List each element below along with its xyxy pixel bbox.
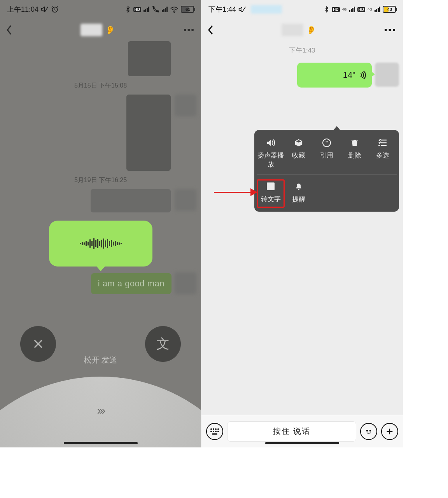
menu-label: 转文字 bbox=[261, 195, 281, 203]
signal2-icon bbox=[162, 7, 168, 12]
bell-icon bbox=[294, 182, 304, 192]
status-time: 上午11:04 bbox=[7, 5, 38, 14]
battery-icon: 61 bbox=[181, 6, 194, 13]
svg-point-7 bbox=[378, 145, 380, 146]
chat-title bbox=[282, 24, 303, 36]
svg-text:": " bbox=[326, 140, 328, 146]
quote-icon: " bbox=[322, 138, 332, 148]
plus-button[interactable] bbox=[381, 423, 398, 440]
text-message[interactable]: i am a good man bbox=[91, 273, 172, 294]
box-icon bbox=[294, 138, 304, 148]
svg-line-0 bbox=[45, 7, 48, 12]
status-time: 下午1:44 bbox=[208, 5, 236, 14]
more-icon[interactable]: ••• bbox=[184, 25, 195, 35]
home-indicator[interactable] bbox=[265, 442, 339, 444]
menu-label: 扬声器播放 bbox=[257, 151, 285, 169]
bluetooth-icon bbox=[125, 5, 131, 13]
voice-message[interactable]: 14" bbox=[297, 63, 372, 88]
menu-quote[interactable]: " 引用 bbox=[313, 136, 341, 173]
trash-icon bbox=[350, 138, 360, 148]
voice-play-icon bbox=[358, 71, 366, 79]
battery-icon: 43 bbox=[383, 6, 396, 13]
signal-icon bbox=[349, 7, 355, 12]
svg-point-10 bbox=[210, 428, 212, 430]
svg-point-14 bbox=[210, 431, 212, 432]
more-icon[interactable]: ••• bbox=[384, 25, 397, 35]
home-indicator[interactable] bbox=[64, 442, 138, 444]
svg-point-16 bbox=[215, 431, 217, 432]
waveform-icon bbox=[80, 238, 122, 249]
list-check-icon bbox=[378, 138, 388, 148]
right-screenshot: 下午1:44 HD 4G HD 4G 43 👂 ••• 下午1:43 bbox=[201, 0, 403, 447]
nav-bar: 👂 ••• bbox=[0, 19, 201, 41]
svg-point-13 bbox=[217, 428, 219, 430]
menu-label: 删除 bbox=[348, 151, 361, 160]
menu-to-text[interactable]: 文 转文字 bbox=[257, 179, 285, 208]
hd-badge: HD bbox=[133, 7, 141, 12]
avatar[interactable] bbox=[175, 272, 196, 294]
back-icon[interactable] bbox=[6, 25, 12, 35]
nav-bar: 👂 ••• bbox=[201, 19, 403, 41]
mute-icon bbox=[41, 5, 49, 13]
carrier-blur bbox=[251, 5, 282, 14]
wifi-icon bbox=[170, 6, 178, 13]
ear-icon: 👂 bbox=[105, 25, 115, 35]
context-menu: 扬声器播放 收藏 " 引用 删除 bbox=[254, 130, 399, 212]
back-icon[interactable] bbox=[208, 25, 214, 35]
keyboard-toggle-button[interactable] bbox=[206, 423, 223, 440]
menu-delete[interactable]: 删除 bbox=[341, 136, 369, 173]
hd-badge: HD bbox=[357, 7, 365, 12]
svg-point-15 bbox=[213, 431, 214, 432]
svg-point-3 bbox=[174, 12, 175, 12]
hold-to-talk-button[interactable]: 按住 说话 bbox=[227, 421, 356, 442]
avatar[interactable] bbox=[175, 189, 196, 211]
speaker-icon bbox=[266, 138, 276, 148]
menu-label: 收藏 bbox=[292, 151, 305, 160]
signal-icon bbox=[144, 7, 149, 12]
image-message[interactable] bbox=[128, 41, 171, 76]
svg-rect-18 bbox=[212, 433, 217, 435]
timestamp-label: 5月19日 下午16:25 bbox=[0, 176, 201, 184]
hold-talk-label: 按住 说话 bbox=[273, 426, 310, 437]
signal2-icon bbox=[374, 7, 380, 12]
avatar[interactable] bbox=[375, 63, 399, 87]
chat-title bbox=[80, 24, 102, 36]
ear-icon: 👂 bbox=[306, 25, 316, 35]
svg-line-4 bbox=[242, 7, 245, 12]
svg-point-11 bbox=[213, 428, 214, 430]
left-screenshot: 上午11:04 HD 61 👂 ••• bbox=[0, 0, 201, 447]
menu-remind[interactable]: 提醒 bbox=[285, 180, 313, 208]
translate-icon: 文 bbox=[266, 181, 276, 191]
hd-badge: HD bbox=[332, 7, 340, 12]
alarm-icon bbox=[51, 5, 59, 13]
image-message[interactable] bbox=[91, 189, 171, 212]
sound-wave-icon: ››› bbox=[97, 404, 104, 417]
svg-text:文: 文 bbox=[268, 183, 273, 189]
menu-multiselect[interactable]: 多选 bbox=[369, 136, 397, 173]
svg-point-19 bbox=[367, 430, 368, 431]
annotation-arrow bbox=[214, 191, 257, 194]
bluetooth-icon bbox=[324, 6, 329, 13]
mute-icon bbox=[238, 5, 246, 13]
image-message[interactable] bbox=[126, 95, 171, 171]
avatar[interactable] bbox=[175, 95, 196, 116]
menu-label: 提醒 bbox=[292, 195, 305, 204]
chat-timestamp: 下午1:43 bbox=[201, 41, 403, 63]
voice-duration: 14" bbox=[343, 70, 355, 80]
text-btn-label: 文 bbox=[156, 335, 170, 353]
menu-favorite[interactable]: 收藏 bbox=[285, 136, 313, 173]
call-reject-icon bbox=[152, 5, 159, 13]
menu-label: 多选 bbox=[376, 151, 389, 160]
menu-speaker[interactable]: 扬声器播放 bbox=[257, 136, 285, 173]
chat-body: 下午1:43 14" 扬声器播放 bbox=[201, 41, 403, 415]
menu-label: 引用 bbox=[320, 151, 333, 160]
svg-point-20 bbox=[370, 430, 371, 431]
svg-point-12 bbox=[215, 428, 217, 430]
recording-bubble bbox=[49, 221, 152, 267]
emoji-button[interactable] bbox=[360, 423, 377, 440]
status-bar: 下午1:44 HD 4G HD 4G 43 bbox=[201, 0, 403, 19]
svg-point-17 bbox=[217, 431, 219, 432]
timestamp-label: 5月15日 下午15:08 bbox=[0, 82, 201, 90]
release-send-label: 松开 发送 bbox=[0, 355, 201, 365]
status-bar: 上午11:04 HD 61 bbox=[0, 0, 201, 19]
